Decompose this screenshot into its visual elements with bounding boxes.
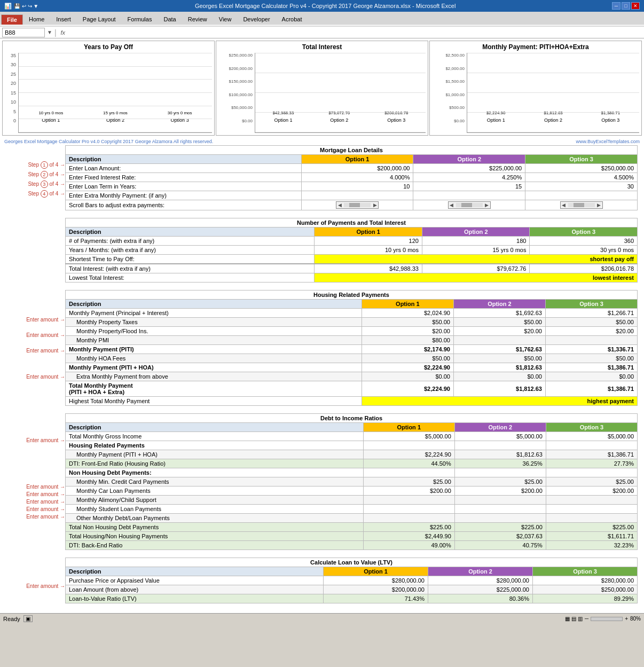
tab-insert[interactable]: Insert [50, 14, 77, 25]
row-v3: $1,386.71 [545, 381, 637, 397]
maximize-btn[interactable]: □ [622, 2, 630, 10]
chart2-title: Total Interest [218, 43, 426, 51]
step1-label: Step 1 of 4 → [28, 161, 65, 169]
nav-arrows: ▼ [47, 29, 52, 35]
copyright-right: www.BuyExcelTemplates.com [576, 139, 640, 144]
row-v3: 30 [525, 182, 638, 191]
table-row: Total Housing/Non Housing Payments $2,44… [66, 532, 638, 541]
ready-status: Ready [3, 616, 20, 622]
row-desc: Shortest Time to Pay Off: [66, 255, 315, 264]
row-v3: $0.00 [545, 372, 637, 381]
payments-interest-title: Number of Payments and Total Interest [66, 218, 638, 227]
row-desc: Extra Monthly Payment from above [66, 372, 362, 381]
table-row: Highest Total Monthly Payment highest pa… [66, 397, 638, 406]
row-v3: $206,016.78 [530, 264, 638, 273]
row-desc: Total Non Housing Debt Payments [66, 523, 364, 532]
row-v1: $25.00 [363, 477, 454, 486]
formula-input[interactable] [69, 29, 642, 36]
hp-header-opt3: Option 3 [545, 300, 637, 309]
row-desc: DTI: Back-End Ratio [66, 541, 364, 550]
housing-payments-table: Housing Related Payments Description Opt… [65, 290, 638, 406]
row-v2 [413, 191, 525, 200]
row-v3: $1,336.71 [545, 345, 637, 354]
close-btn[interactable]: ✕ [631, 2, 640, 10]
mortgage-details-title: Mortgage Loan Details [66, 146, 638, 155]
row-desc: # of Payments: (with extra if any) [66, 237, 315, 246]
row-desc: Lowest Total Interest: [66, 273, 315, 283]
mortgage-details-layout: Step 1 of 4 → Step 2 of 4 → Step 3 of 4 … [6, 145, 638, 215]
row-v1: $200,000.00 [301, 164, 413, 173]
highest-payment-highlight: highest payment [362, 397, 637, 406]
dti-enter-amount-6: Enter amount → [26, 514, 65, 520]
step4-label: Step 4 of 4 → [28, 190, 65, 198]
table-row: DTI: Front-End Ratio (Housing Ratio) 44.… [66, 459, 638, 468]
pi-header-opt1: Option 1 [315, 227, 422, 237]
table-row: Total Non Housing Debt Payments $225.00 … [66, 523, 638, 532]
table-row: Shortest Time to Pay Off: shortest pay o… [66, 255, 638, 264]
row-desc: Enter Extra Monthly Payment: (if any) [66, 191, 302, 200]
table-row: Extra Monthly Payment from above $0.00 $… [66, 372, 638, 381]
row-desc: Enter Loan Amount: [66, 164, 302, 173]
row-desc: Monthly Car Loan Payments [66, 486, 364, 496]
row-v1: 10 yrs 0 mos [315, 246, 422, 255]
minimize-btn[interactable]: ─ [612, 2, 621, 10]
dti-enter-amount-2: Enter amount → [26, 484, 65, 490]
row-desc: Monthly Payment (PITI) [66, 345, 362, 354]
row-v1: $200,000.00 [324, 585, 428, 594]
row-desc: Total Monthly Gross Income [66, 432, 364, 441]
row-v2: 15 [413, 182, 525, 191]
dti-enter-amount-1: Enter amount → [26, 437, 65, 443]
cell-mode-icon: ▣ [23, 615, 33, 622]
step2-label: Step 2 of 4 → [28, 171, 65, 178]
table-row: Lowest Total Interest: lowest interest [66, 273, 638, 283]
window-controls[interactable]: ─ □ ✕ [612, 2, 640, 10]
table-row: Monthly Property Taxes $50.00 $50.00 $50… [66, 318, 638, 327]
row-v1 [301, 191, 413, 200]
tab-file[interactable]: File [1, 14, 23, 25]
tab-review[interactable]: Review [182, 14, 213, 25]
row-v3: $1,611.71 [546, 532, 637, 541]
enter-amount-4: Enter amount → [26, 374, 65, 380]
name-box[interactable] [2, 28, 45, 37]
charts-row: Years to Pay Off 35302520151050 [2, 41, 642, 136]
scrollbar-opt2[interactable]: ◀▶ [413, 200, 525, 210]
row-v2: 180 [422, 237, 530, 246]
row-desc: Monthly HOA Fees [66, 354, 362, 363]
zoom-slider[interactable] [591, 617, 623, 621]
row-v3: 32.23% [546, 541, 637, 550]
row-v2 [454, 505, 546, 514]
table-row: Monthly Payment (Principal + Interest) $… [66, 309, 638, 318]
mortgage-header-opt2: Option 2 [413, 155, 525, 164]
row-v3 [546, 505, 637, 514]
row-desc: Highest Total Monthly Payment [66, 397, 362, 406]
scrollbar-opt1[interactable]: ◀▶ [301, 200, 413, 210]
row-v2: 36.25% [454, 459, 546, 468]
row-v1: 4.000% [301, 173, 413, 182]
tab-data[interactable]: Data [158, 14, 182, 25]
row-v3: 360 [530, 237, 638, 246]
scrollbar-opt3[interactable]: ◀▶ [525, 200, 638, 210]
window-title: Georges Excel Mortgage Calculator Pro v4… [38, 3, 612, 9]
tab-home[interactable]: Home [23, 14, 50, 25]
row-v3: $5,000.00 [546, 432, 637, 441]
status-bar: Ready ▣ ▦ ▤ ▥ ─ + 80% [0, 613, 644, 624]
tab-acrobat[interactable]: Acrobat [276, 14, 308, 25]
table-row: Monthly Alimony/Child Support [66, 496, 638, 505]
table-row: Monthly HOA Fees $50.00 $50.00 $50.00 [66, 354, 638, 363]
row-v2: $225,000.00 [428, 585, 532, 594]
chart-years-to-pay-off: Years to Pay Off 35302520151050 [2, 41, 215, 136]
hp-header-opt2: Option 2 [453, 300, 545, 309]
table-row: Enter Loan Term in Years: 10 15 30 [66, 182, 638, 191]
row-v3: 30 yrs 0 mos [530, 246, 638, 255]
zoom-minus[interactable]: ─ [585, 616, 588, 622]
row-desc: Monthly Payment (PITI + HOA) [66, 363, 362, 372]
tab-view[interactable]: View [213, 14, 238, 25]
row-desc: Monthly Alimony/Child Support [66, 496, 364, 505]
tab-formulas[interactable]: Formulas [122, 14, 158, 25]
mortgage-header-opt3: Option 3 [525, 155, 638, 164]
row-v2: $225.00 [454, 523, 546, 532]
zoom-plus[interactable]: + [625, 616, 628, 622]
row-v1: $2,224.90 [363, 450, 454, 459]
tab-page-layout[interactable]: Page Layout [77, 14, 122, 25]
tab-developer[interactable]: Developer [237, 14, 276, 25]
